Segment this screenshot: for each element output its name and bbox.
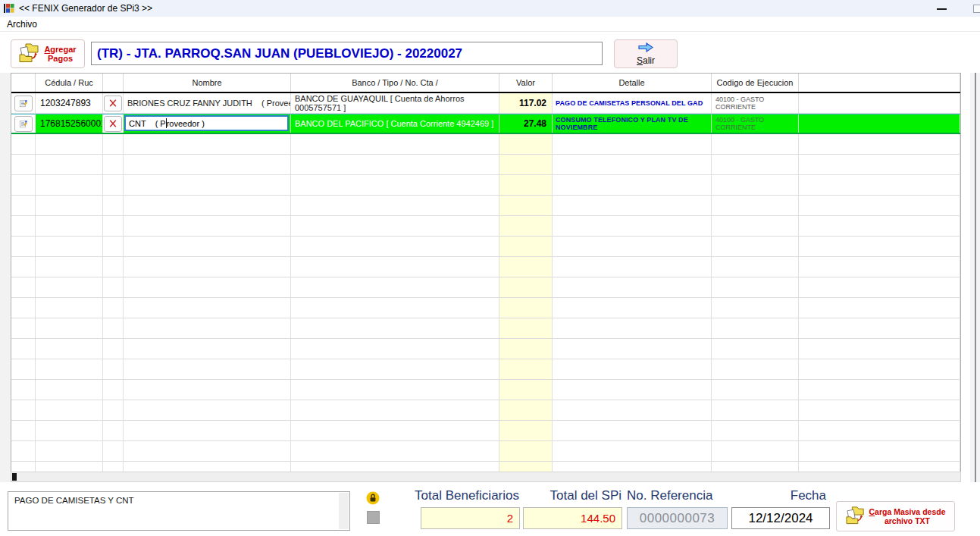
empty-cell [712, 175, 799, 195]
empty-table-row [11, 441, 960, 462]
empty-cell [553, 298, 712, 318]
edit-row-button[interactable] [14, 116, 33, 132]
empty-cell [124, 175, 291, 195]
empty-cell [36, 277, 103, 297]
empty-cell [124, 196, 291, 215]
total-beneficiarios-field[interactable]: 2 [421, 507, 520, 529]
fecha-field[interactable]: 12/12/2024 [731, 507, 830, 529]
empty-cell [103, 298, 124, 318]
empty-cell [291, 380, 499, 400]
empty-cell [124, 216, 291, 236]
empty-table-row [11, 298, 960, 318]
empty-table-row [11, 257, 960, 277]
empty-cell [103, 421, 124, 440]
add-payments-folder-icon [19, 42, 40, 65]
empty-cell [291, 421, 499, 440]
edit-row-button[interactable] [14, 96, 33, 111]
empty-cell [799, 380, 960, 400]
delete-x-icon [109, 99, 117, 108]
empty-cell [124, 134, 291, 154]
empty-cell [799, 216, 960, 236]
horizontal-scroll-thumb[interactable] [12, 473, 17, 481]
total-spi-field[interactable]: 144.50 [523, 507, 622, 529]
empty-table-row [11, 155, 960, 175]
empty-cell [103, 359, 124, 379]
empty-cell [103, 237, 124, 256]
grid-header-row: Cédula / Ruc Nombre Banco / Tipo / No. C… [11, 74, 960, 93]
nombre-edit-input[interactable]: CNT ( Proveedor ) [124, 115, 289, 131]
empty-cell [553, 175, 712, 195]
empty-cell [799, 175, 960, 195]
empty-cell [553, 400, 712, 420]
empty-table-row [11, 175, 960, 196]
fecha-label: Fecha [731, 488, 826, 503]
lock-icon[interactable] [366, 491, 380, 508]
gray-square-button[interactable] [367, 511, 380, 524]
header-detalle: Detalle [553, 74, 712, 92]
delete-row-button[interactable] [104, 116, 122, 132]
empty-cell [36, 257, 103, 277]
empty-table-row [11, 400, 960, 421]
carga-masiva-button[interactable]: Carga Masiva desdearchivo TXT [836, 501, 955, 531]
empty-cell [103, 400, 124, 420]
empty-cell [291, 318, 499, 338]
delete-x-icon [109, 119, 117, 128]
empty-cell [291, 298, 499, 318]
empty-cell [291, 196, 499, 215]
row2-detalle: CONSUMO TELEFONICO Y PLAN TV DE NOVIEMBR… [553, 114, 712, 133]
empty-cell [712, 400, 799, 420]
header-cedula: Cédula / Ruc [36, 74, 103, 92]
menu-archivo[interactable]: Archivo [0, 19, 44, 30]
empty-cell [499, 421, 553, 440]
empty-cell [799, 441, 960, 461]
row2-edit-cell [11, 114, 36, 133]
row1-delete-cell [103, 93, 124, 113]
maximize-button[interactable] [973, 5, 980, 13]
empty-table-row [11, 237, 960, 257]
row2-delete-cell [103, 114, 124, 133]
empty-cell [124, 318, 291, 338]
agregar-pagos-button[interactable]: AgregarPagos [11, 39, 85, 68]
delete-row-button[interactable] [104, 96, 122, 111]
table-row-selected[interactable]: 1768152560001 CNT ( Proveedor ) BANCO DE… [11, 114, 960, 134]
menu-bar: Archivo [0, 17, 980, 32]
empty-cell [553, 462, 712, 472]
empty-cell [499, 298, 553, 318]
comment-textarea[interactable]: PAGO DE CAMISETAS Y CNT [8, 491, 350, 531]
empty-cell [11, 134, 36, 154]
grid-vertical-scrollbar[interactable] [970, 73, 980, 482]
comment-scrollbar[interactable] [339, 493, 349, 529]
empty-cell [553, 216, 712, 236]
empty-cell [36, 380, 103, 400]
table-row[interactable]: 1203247893 BRIONES CRUZ FANNY JUDITH ( P… [11, 93, 960, 114]
salir-button[interactable]: Salir [614, 39, 678, 68]
empty-cell [553, 318, 712, 338]
empty-cell [553, 277, 712, 297]
empty-cell [36, 441, 103, 461]
empty-cell [124, 298, 291, 318]
empty-cell [499, 175, 553, 195]
empty-cell [103, 134, 124, 154]
empty-table-row [11, 196, 960, 216]
grid-horizontal-scrollbar[interactable] [11, 472, 961, 482]
empty-cell [11, 462, 36, 472]
empty-cell [291, 257, 499, 277]
empty-cell [553, 339, 712, 359]
empty-cell [291, 441, 499, 461]
row1-edit-cell [11, 93, 36, 113]
empty-cell [11, 400, 36, 420]
empty-cell [36, 318, 103, 338]
empty-cell [36, 155, 103, 174]
entity-title-field[interactable]: (TR) - JTA. PARROQ.SAN JUAN (PUEBLOVIEJO… [91, 42, 603, 65]
row1-cedula: 1203247893 [36, 93, 103, 113]
empty-cell [553, 441, 712, 461]
empty-cell [499, 400, 553, 420]
empty-cell [799, 359, 960, 379]
row2-extra [799, 114, 960, 133]
bulk-load-folder-icon [846, 506, 866, 527]
empty-cell [103, 216, 124, 236]
minimize-button[interactable] [937, 8, 947, 10]
vertical-scroll-thumb[interactable] [975, 73, 976, 482]
empty-cell [103, 318, 124, 338]
empty-cell [124, 462, 291, 472]
